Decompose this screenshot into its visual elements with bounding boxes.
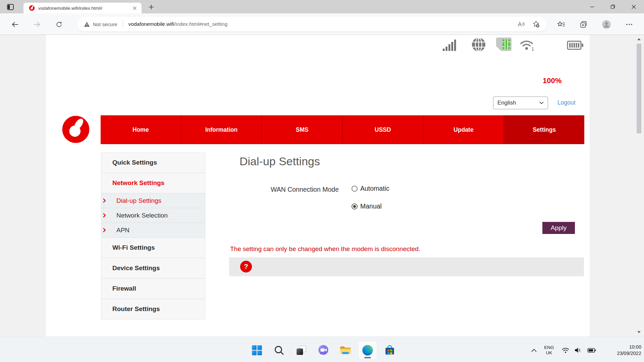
browser-tab[interactable]: vodafonemobile.wifi/index.html# bbox=[23, 3, 142, 13]
browser-toolbar: Not secure vodafonemobile.wifi /index.ht… bbox=[0, 13, 644, 35]
start-icon[interactable] bbox=[248, 341, 266, 360]
window-close-button[interactable] bbox=[623, 0, 644, 13]
language-value: English bbox=[497, 100, 539, 106]
help-bar: ? bbox=[229, 257, 584, 276]
settings-menu-icon[interactable] bbox=[623, 19, 635, 29]
chevron-right-icon bbox=[101, 227, 107, 233]
not-secure-warning-icon[interactable] bbox=[84, 21, 90, 27]
back-icon[interactable] bbox=[9, 20, 21, 29]
sidebar-item-quick-settings[interactable]: Quick Settings bbox=[101, 152, 205, 173]
sidebar-item-firewall[interactable]: Firewall bbox=[101, 278, 205, 299]
radio-circle-manual[interactable] bbox=[352, 203, 358, 209]
language-select[interactable]: English bbox=[493, 97, 548, 109]
active-app-indicator bbox=[364, 357, 371, 358]
nav-item-sms[interactable]: SMS bbox=[262, 115, 343, 144]
tray-battery-icon[interactable] bbox=[585, 343, 598, 358]
edge-icon[interactable] bbox=[358, 341, 377, 360]
sidebar-item-network-settings[interactable]: Network Settings bbox=[101, 173, 205, 193]
scrollbar-thumb[interactable] bbox=[637, 44, 641, 133]
disconnect-notice: The setting can only be changed when the… bbox=[230, 245, 420, 253]
nav-item-settings[interactable]: Settings bbox=[504, 115, 584, 144]
window-minimize-button[interactable] bbox=[582, 0, 602, 13]
radio-circle-automatic[interactable] bbox=[352, 186, 358, 192]
taskbar: ENG UK 10:00 23/09/2022 bbox=[0, 337, 644, 362]
url-path[interactable]: /index.html#net_setting bbox=[174, 21, 227, 27]
chevron-right-icon bbox=[101, 198, 107, 204]
vodafone-logo bbox=[61, 115, 91, 144]
web-page: 1 100% English Logout Home Information S… bbox=[0, 35, 644, 337]
tray-volume-icon[interactable] bbox=[572, 343, 584, 358]
chevron-right-icon bbox=[101, 213, 107, 219]
scroll-down-icon[interactable] bbox=[636, 329, 642, 335]
sidebar-item-router-settings[interactable]: Router Settings bbox=[101, 299, 205, 319]
settings-sidebar: Quick Settings Network Settings Dial-up … bbox=[101, 152, 205, 319]
wifi-icon: 1 bbox=[519, 39, 536, 52]
sidebar-item-device-settings[interactable]: Device Settings bbox=[101, 258, 205, 278]
address-bar[interactable]: Not secure vodafonemobile.wifi /index.ht… bbox=[77, 17, 547, 32]
tray-language-indicator[interactable]: ENG UK bbox=[541, 343, 557, 358]
task-view-icon[interactable] bbox=[292, 341, 311, 360]
security-label[interactable]: Not secure bbox=[93, 21, 117, 27]
url-host[interactable]: vodafonemobile.wifi bbox=[128, 21, 174, 27]
radio-automatic[interactable]: Automatic bbox=[352, 185, 389, 192]
window-controls bbox=[582, 0, 644, 13]
new-tab-icon[interactable] bbox=[146, 3, 156, 11]
svg-text:1: 1 bbox=[531, 46, 534, 52]
chevron-down-icon bbox=[539, 102, 544, 104]
sidebar-item-wifi-settings[interactable]: Wi-Fi Settings bbox=[101, 237, 205, 258]
read-aloud-icon[interactable] bbox=[516, 19, 527, 29]
tray-wifi-icon[interactable] bbox=[559, 343, 572, 358]
collections-icon[interactable] bbox=[578, 19, 590, 29]
main-nav: Home Information SMS USSD Update Setting… bbox=[101, 115, 584, 144]
tray-clock[interactable]: 10:00 23/09/2022 bbox=[617, 343, 641, 358]
vodafone-favicon-icon bbox=[29, 5, 35, 11]
tab-close-icon[interactable] bbox=[131, 4, 138, 12]
nav-item-home[interactable]: Home bbox=[101, 115, 181, 144]
tab-title: vodafonemobile.wifi/index.html# bbox=[38, 6, 131, 11]
search-icon[interactable] bbox=[270, 341, 288, 360]
sim-icon bbox=[494, 37, 513, 52]
globe-icon bbox=[471, 37, 486, 52]
tray-time: 10:00 bbox=[617, 344, 641, 350]
favorites-icon[interactable] bbox=[555, 19, 567, 29]
scroll-up-icon[interactable] bbox=[636, 36, 642, 42]
apply-button[interactable]: Apply bbox=[542, 222, 575, 234]
nav-item-information[interactable]: Information bbox=[181, 115, 262, 144]
nav-item-update[interactable]: Update bbox=[424, 115, 504, 144]
address-divider bbox=[123, 20, 123, 28]
window-restore-button[interactable] bbox=[602, 0, 623, 13]
radio-manual[interactable]: Manual bbox=[352, 202, 382, 210]
sidebar-item-dial-up-settings[interactable]: Dial-up Settings bbox=[101, 193, 205, 208]
sidebar-item-apn[interactable]: APN bbox=[101, 223, 205, 237]
refresh-icon[interactable] bbox=[53, 20, 65, 29]
battery-icon bbox=[567, 40, 584, 50]
screen: vodafonemobile.wifi/index.html# bbox=[0, 0, 644, 362]
nav-item-ussd[interactable]: USSD bbox=[343, 115, 424, 144]
store-icon[interactable] bbox=[380, 341, 399, 360]
chat-icon[interactable] bbox=[314, 341, 333, 360]
sidebar-item-network-selection[interactable]: Network Selection bbox=[101, 208, 205, 223]
page-title: Dial-up Settings bbox=[239, 155, 320, 168]
page-scrollbar[interactable] bbox=[636, 35, 642, 337]
file-explorer-icon[interactable] bbox=[336, 341, 355, 360]
profile-avatar[interactable] bbox=[600, 19, 612, 29]
tray-chevron-up-icon[interactable] bbox=[527, 343, 541, 358]
forward-icon[interactable] bbox=[31, 20, 43, 29]
help-icon[interactable]: ? bbox=[240, 261, 252, 273]
wan-connection-mode-label: WAN Connection Mode bbox=[221, 186, 339, 193]
tab-actions-menu-icon[interactable] bbox=[5, 3, 15, 11]
add-favorite-icon[interactable] bbox=[531, 19, 541, 29]
logout-link[interactable]: Logout bbox=[557, 99, 576, 106]
browser-tab-bar: vodafonemobile.wifi/index.html# bbox=[0, 0, 644, 13]
tray-date: 23/09/2022 bbox=[617, 350, 641, 357]
signal-icon bbox=[443, 40, 456, 51]
battery-percent-label: 100% bbox=[543, 76, 561, 85]
